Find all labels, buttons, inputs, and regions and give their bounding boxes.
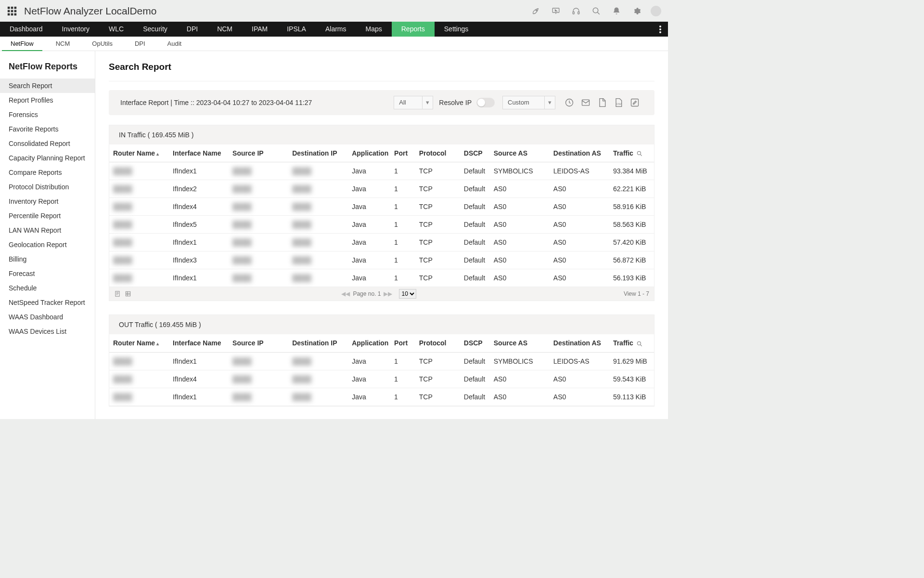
subnav-dpi[interactable]: DPI: [126, 37, 154, 51]
col-destination-ip[interactable]: Destination IP: [288, 144, 348, 162]
sidebar-item-percentile-report[interactable]: Percentile Report: [0, 209, 95, 223]
table-row[interactable]: ████IfIndex3████████Java1TCPDefaultAS0AS…: [109, 251, 654, 269]
primary-nav: DashboardInventoryWLCSecurityDPINCMIPAMI…: [0, 22, 668, 37]
col-destination-as[interactable]: Destination AS: [550, 334, 609, 352]
nav-reports[interactable]: Reports: [392, 22, 435, 37]
chevron-down-icon: ▾: [422, 96, 433, 109]
sidebar-item-inventory-report[interactable]: Inventory Report: [0, 194, 95, 209]
sidebar-item-capacity-planning-report[interactable]: Capacity Planning Report: [0, 151, 95, 165]
subnav-audit[interactable]: Audit: [159, 37, 191, 51]
sidebar-item-waas-devices-list[interactable]: WAAS Devices List: [0, 324, 95, 339]
table-row[interactable]: ████IfIndex1████████Java1TCPDefaultAS0AS…: [109, 388, 654, 406]
nav-ipsla[interactable]: IPSLA: [277, 22, 316, 37]
mail-icon[interactable]: [580, 97, 591, 108]
col-protocol[interactable]: Protocol: [415, 334, 460, 352]
sidebar-item-report-profiles[interactable]: Report Profiles: [0, 93, 95, 107]
subnav-netflow[interactable]: NetFlow: [2, 37, 42, 51]
subnav-oputils[interactable]: OpUtils: [83, 37, 121, 51]
page-next-icon[interactable]: ▶▶: [384, 290, 392, 297]
time-select[interactable]: Custom ▾: [502, 96, 555, 109]
bell-icon[interactable]: [611, 6, 622, 16]
sidebar-item-forensics[interactable]: Forensics: [0, 107, 95, 122]
col-dscp[interactable]: DSCP: [460, 334, 490, 352]
table-row[interactable]: ████IfIndex2████████Java1TCPDefaultAS0AS…: [109, 180, 654, 198]
svg-rect-5: [14, 10, 17, 12]
nav-settings[interactable]: Settings: [435, 22, 478, 37]
col-application[interactable]: Application: [348, 334, 390, 352]
csv-icon[interactable]: CSV: [613, 97, 624, 108]
page-first-icon[interactable]: ◀◀: [341, 290, 350, 297]
col-traffic[interactable]: Traffic: [609, 334, 654, 352]
presentation-icon[interactable]: [551, 6, 561, 16]
svg-rect-1: [11, 6, 13, 9]
svg-rect-0: [8, 6, 10, 9]
col-router-name[interactable]: Router Name▴: [109, 144, 169, 162]
report-icon[interactable]: [114, 290, 121, 297]
export-xls-icon[interactable]: [125, 290, 131, 297]
sidebar-item-netspeed-tracker-report[interactable]: NetSpeed Tracker Report: [0, 295, 95, 310]
col-interface-name[interactable]: Interface Name: [169, 334, 229, 352]
nav-inventory[interactable]: Inventory: [52, 22, 100, 37]
section-heading: IN Traffic ( 169.455 MiB ): [109, 125, 654, 144]
col-port[interactable]: Port: [390, 144, 415, 162]
search-icon[interactable]: [636, 150, 643, 157]
sidebar-item-billing[interactable]: Billing: [0, 252, 95, 266]
col-dscp[interactable]: DSCP: [460, 144, 490, 162]
sidebar-item-waas-dashboard[interactable]: WAAS Dashboard: [0, 310, 95, 324]
table-row[interactable]: ████IfIndex1████████Java1TCPDefaultSYMBO…: [109, 352, 654, 370]
col-application[interactable]: Application: [348, 144, 390, 162]
table-row[interactable]: ████IfIndex1████████Java1TCPDefaultSYMBO…: [109, 162, 654, 180]
sidebar-item-forecast[interactable]: Forecast: [0, 266, 95, 281]
sidebar-item-schedule[interactable]: Schedule: [0, 281, 95, 295]
sidebar-item-geolocation-report[interactable]: Geolocation Report: [0, 237, 95, 252]
pdf-icon[interactable]: [597, 97, 607, 108]
col-port[interactable]: Port: [390, 334, 415, 352]
col-source-ip[interactable]: Source IP: [229, 144, 288, 162]
avatar[interactable]: [651, 6, 661, 16]
table-row[interactable]: ████IfIndex1████████Java1TCPDefaultAS0AS…: [109, 269, 654, 287]
resolve-ip-toggle[interactable]: [476, 98, 495, 107]
col-router-name[interactable]: Router Name▴: [109, 334, 169, 352]
pager: ◀◀Page no. 1▶▶10View 1 - 7: [109, 287, 654, 301]
page-size-select[interactable]: 10: [399, 289, 416, 299]
nav-maps[interactable]: Maps: [356, 22, 392, 37]
nav-dashboard[interactable]: Dashboard: [0, 22, 52, 37]
table-row[interactable]: ████IfIndex4████████Java1TCPDefaultAS0AS…: [109, 198, 654, 216]
headset-icon[interactable]: [571, 6, 581, 16]
col-destination-as[interactable]: Destination AS: [550, 144, 609, 162]
col-protocol[interactable]: Protocol: [415, 144, 460, 162]
nav-dpi[interactable]: DPI: [177, 22, 207, 37]
subnav-ncm[interactable]: NCM: [47, 37, 79, 51]
scope-select[interactable]: All ▾: [394, 96, 433, 109]
nav-ipam[interactable]: IPAM: [242, 22, 277, 37]
sidebar-item-consolidated-report[interactable]: Consolidated Report: [0, 136, 95, 151]
table-row[interactable]: ████IfIndex4████████Java1TCPDefaultAS0AS…: [109, 370, 654, 388]
search-icon[interactable]: [636, 341, 643, 347]
col-interface-name[interactable]: Interface Name: [169, 144, 229, 162]
sidebar-item-search-report[interactable]: Search Report: [0, 79, 95, 93]
nav-wlc[interactable]: WLC: [99, 22, 133, 37]
gear-icon[interactable]: [631, 6, 642, 16]
nav-security[interactable]: Security: [133, 22, 177, 37]
svg-point-13: [593, 8, 598, 13]
sidebar-item-favorite-reports[interactable]: Favorite Reports: [0, 122, 95, 136]
svg-rect-2: [14, 6, 17, 9]
table-row[interactable]: ████IfIndex5████████Java1TCPDefaultAS0AS…: [109, 216, 654, 234]
apps-icon[interactable]: [7, 6, 17, 16]
nav-alarms[interactable]: Alarms: [316, 22, 356, 37]
edit-icon[interactable]: [629, 97, 640, 108]
table-row[interactable]: ████IfIndex1████████Java1TCPDefaultAS0AS…: [109, 234, 654, 251]
nav-ncm[interactable]: NCM: [207, 22, 242, 37]
col-traffic[interactable]: Traffic: [609, 144, 654, 162]
search-icon[interactable]: [591, 6, 602, 16]
sidebar-item-compare-reports[interactable]: Compare Reports: [0, 165, 95, 180]
col-source-as[interactable]: Source AS: [490, 144, 550, 162]
sidebar-item-protocol-distribution[interactable]: Protocol Distribution: [0, 180, 95, 194]
col-source-as[interactable]: Source AS: [490, 334, 550, 352]
rocket-icon[interactable]: [530, 6, 541, 16]
schedule-icon[interactable]: [564, 97, 575, 108]
nav-more-icon[interactable]: [656, 22, 664, 37]
sidebar-item-lan-wan-report[interactable]: LAN WAN Report: [0, 223, 95, 237]
col-destination-ip[interactable]: Destination IP: [288, 334, 348, 352]
col-source-ip[interactable]: Source IP: [229, 334, 288, 352]
